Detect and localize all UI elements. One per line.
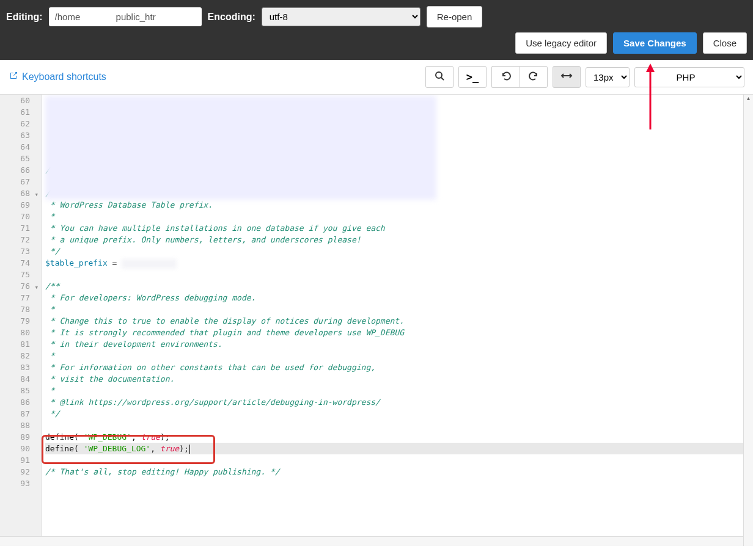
save-changes-button[interactable]: Save Changes <box>613 32 697 54</box>
redo-button[interactable] <box>520 66 548 88</box>
close-button[interactable]: Close <box>703 32 747 54</box>
redo-icon <box>528 70 539 84</box>
language-select[interactable]: PHP <box>634 67 744 87</box>
line-gutter: 606162636465666768▾6970717273747576▾7778… <box>0 95 42 546</box>
undo-button[interactable] <box>491 66 520 88</box>
svg-point-0 <box>436 72 442 78</box>
horizontal-scrollbar[interactable] <box>0 536 743 546</box>
search-button[interactable] <box>425 66 454 88</box>
top-bar: Editing: Encoding: utf-8 Re-open Use leg… <box>0 0 753 60</box>
font-size-select[interactable]: 13px <box>586 67 630 87</box>
terminal-icon: >_ <box>466 71 479 83</box>
undo-icon <box>501 70 512 84</box>
scroll-up-arrow[interactable]: ▴ <box>743 95 753 104</box>
svg-line-1 <box>441 78 444 80</box>
wrap-toggle-button[interactable] <box>553 66 581 88</box>
keyboard-shortcuts-link[interactable]: Keyboard shortcuts <box>9 71 106 83</box>
code-content[interactable]: /**#@-*//** * WordPress Database Table p… <box>42 95 743 489</box>
editing-label: Editing: <box>6 12 43 23</box>
search-icon <box>435 71 444 84</box>
reopen-button[interactable]: Re-open <box>427 6 483 27</box>
file-path-input[interactable] <box>49 7 202 26</box>
legacy-editor-button[interactable]: Use legacy editor <box>515 32 607 54</box>
code-editor[interactable]: 606162636465666768▾6970717273747576▾7778… <box>0 94 753 546</box>
encoding-select[interactable]: utf-8 <box>262 7 421 26</box>
vertical-scrollbar[interactable]: ▴ <box>743 95 753 546</box>
encoding-label: Encoding: <box>208 12 255 23</box>
external-link-icon <box>9 71 18 83</box>
editor-toolbar: Keyboard shortcuts >_ 13px PHP <box>0 60 753 94</box>
horizontal-arrows-icon <box>560 71 573 83</box>
terminal-button[interactable]: >_ <box>458 66 487 88</box>
